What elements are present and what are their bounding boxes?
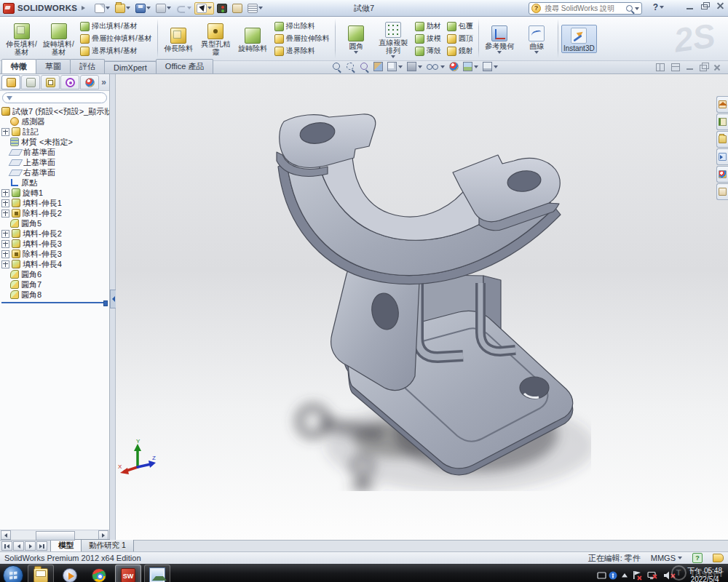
select-cursor-button[interactable] [194, 2, 214, 15]
expand-icon[interactable] [1, 260, 9, 268]
appearances-button[interactable] [716, 166, 728, 183]
tree-item[interactable]: 圓角8 [0, 290, 109, 300]
solidworks-taskbar-button[interactable]: SW [115, 565, 141, 582]
ribbon-button-swept-cut[interactable]: 掃出除料 [272, 20, 332, 32]
tree-item[interactable]: 填料-伸長2 [0, 228, 109, 239]
ribbon-button-loft-boss[interactable]: 疊層拉伸填料/基材 [78, 33, 154, 44]
dimxpertmanager-tab[interactable] [60, 75, 79, 89]
tabs-overflow-chevron[interactable]: » [101, 77, 108, 87]
tree-item[interactable]: 填料-伸長4 [0, 259, 109, 269]
dropdown-caret[interactable] [474, 65, 478, 68]
ribbon-button-boss-extrude[interactable]: 伸長填料/基材 [4, 20, 39, 57]
close-button[interactable] [716, 2, 725, 10]
dropdown-caret[interactable] [440, 65, 445, 68]
commandmanager-tab-2[interactable]: 評估 [70, 59, 105, 73]
first-tab-button[interactable] [1, 541, 12, 551]
tree-root-item[interactable]: 試做7 (預設<<預設>_顯示狀態 [0, 106, 109, 116]
apply-scene-button[interactable] [463, 62, 478, 71]
commandmanager-tab-3[interactable]: DimXpert [104, 61, 157, 73]
tree-horizontal-scrollbar[interactable] [0, 530, 109, 540]
rebuild-button[interactable] [215, 2, 229, 15]
display-style-button[interactable] [407, 62, 422, 71]
search-dropdown-caret[interactable] [635, 7, 639, 10]
ribbon-button-loft-cut[interactable]: 疊層拉伸除料 [272, 33, 332, 44]
commandmanager-tab-4[interactable]: Office 產品 [156, 59, 214, 73]
tree-item[interactable]: 圓角7 [0, 279, 109, 290]
ribbon-button-dome[interactable]: 圓頂 [445, 33, 475, 44]
tree-item[interactable]: 上基準面 [0, 157, 109, 167]
tree-item[interactable]: 右基準面 [0, 167, 109, 178]
panel-splitter[interactable] [110, 74, 116, 540]
tree-item[interactable]: 旋轉1 [0, 188, 109, 198]
ribbon-button-shell[interactable]: 薄殼 [413, 45, 443, 57]
tree-item[interactable]: 原點 [0, 178, 109, 188]
dropdown-caret[interactable] [418, 65, 422, 68]
tree-filter-box[interactable] [2, 92, 107, 103]
ribbon-button-revolve-boss[interactable]: 旋轉填料/基材 [41, 20, 76, 57]
save-button[interactable] [133, 2, 153, 15]
edit-appearance-button[interactable] [449, 62, 459, 71]
view-palette-button[interactable] [716, 148, 728, 165]
help-button[interactable]: ? [653, 2, 664, 12]
tree-item[interactable]: 圓角5 [0, 218, 109, 228]
prev-tab-button[interactable] [13, 541, 24, 551]
ribbon-button-fillet[interactable]: 圓角 [339, 23, 374, 55]
ribbon-button-swept-boss[interactable]: 掃出填料/基材 [78, 20, 154, 32]
ribbon-button-boundary-boss[interactable]: 邊界填料/基材 [78, 45, 154, 57]
ribbon-button-mirror[interactable]: 鏡射 [445, 45, 475, 57]
search-input[interactable] [543, 4, 624, 13]
ribbon-button-instant3d[interactable]: Instant3D [561, 25, 597, 53]
explorer-taskbar-button[interactable] [28, 565, 54, 582]
expand-icon[interactable] [1, 230, 9, 238]
next-tab-button[interactable] [25, 541, 36, 551]
commandmanager-tab-1[interactable]: 草圖 [36, 59, 71, 73]
app-menu[interactable]: SOLIDWORKS [3, 3, 85, 14]
photo-viewer-taskbar-button[interactable] [144, 565, 170, 582]
configurationmanager-tab[interactable] [41, 75, 60, 89]
unit-system-selector[interactable]: MMGS [651, 554, 682, 562]
expand-icon[interactable] [1, 240, 9, 248]
quick-tips-icon[interactable]: ? [692, 553, 703, 563]
dropdown-caret[interactable] [494, 65, 498, 68]
hide-show-items-button[interactable] [427, 62, 445, 71]
zoom-area-button[interactable] [346, 62, 355, 71]
new-document-button[interactable] [92, 2, 112, 15]
help-search[interactable]: ? [529, 2, 642, 15]
tree-item[interactable]: 前基準面 [0, 147, 109, 157]
design-library-button[interactable] [716, 113, 728, 130]
tree-item[interactable]: 註記 [0, 127, 109, 137]
displaymanager-tab[interactable] [80, 75, 99, 89]
tag-icon[interactable] [713, 554, 724, 562]
rollback-bar[interactable] [1, 302, 106, 303]
taskbar-clock[interactable]: 下午 05:48 2022/5/4 [687, 567, 725, 582]
featuremanager-tree-tab[interactable] [1, 75, 20, 89]
view-settings-button[interactable] [483, 62, 498, 71]
open-button[interactable] [113, 2, 132, 15]
doc-restore-icon[interactable] [700, 65, 707, 71]
ribbon-button-rib[interactable]: 肋材 [413, 20, 443, 32]
doc-minimize-icon[interactable] [687, 64, 693, 71]
tree-item[interactable]: 材質 <未指定> [0, 137, 109, 147]
ribbon-button-cut-extrude[interactable]: 伸長除料 [161, 25, 197, 53]
print-button[interactable] [154, 2, 173, 15]
file-properties-button[interactable] [230, 2, 245, 15]
bottom-tab-1[interactable]: 動作研究 1 [81, 539, 134, 551]
view-orientation-button[interactable] [387, 62, 403, 71]
zoom-fit-button[interactable] [332, 62, 341, 71]
graphics-viewport[interactable]: Y X Z [116, 74, 728, 540]
tree-item[interactable]: 除料-伸長2 [0, 208, 109, 218]
last-tab-button[interactable] [36, 541, 47, 551]
window-pane-right-icon[interactable] [671, 63, 680, 71]
expand-icon[interactable] [1, 250, 9, 258]
search-icon[interactable] [626, 5, 633, 12]
propertymanager-tab[interactable] [21, 75, 40, 89]
chrome-taskbar-button[interactable] [86, 565, 112, 582]
ribbon-button-draft[interactable]: 拔模 [413, 33, 443, 44]
ribbon-button-hole-wizard[interactable]: 異型孔精靈 [198, 20, 234, 57]
resources-home-button[interactable] [716, 96, 728, 113]
model-3d-part[interactable] [242, 98, 591, 491]
tree-item[interactable]: 填料-伸長1 [0, 198, 109, 208]
dropdown-caret[interactable] [398, 65, 403, 68]
tree-item[interactable]: 除料-伸長3 [0, 249, 109, 259]
previous-view-button[interactable] [360, 62, 369, 71]
